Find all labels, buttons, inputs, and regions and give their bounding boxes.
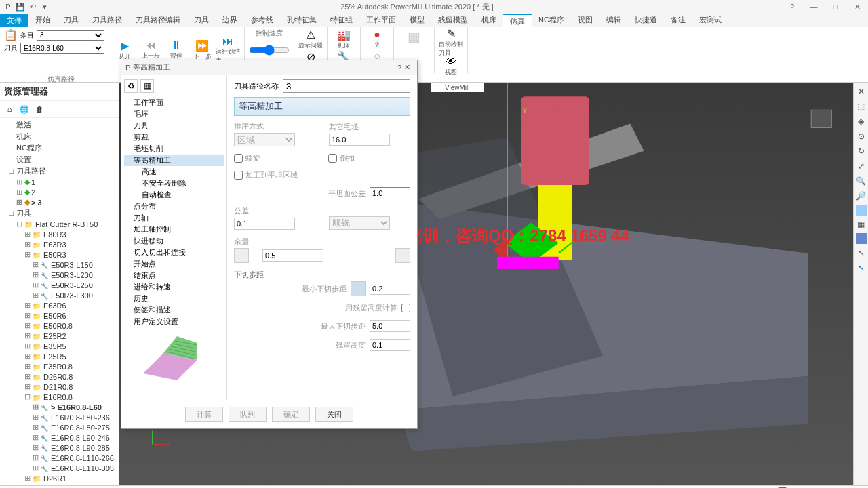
- dialog-tree-item[interactable]: 开始点: [124, 258, 224, 270]
- dialog-tree-item[interactable]: 用户定义设置: [124, 316, 224, 327]
- menu-tab[interactable]: 刀具: [57, 14, 85, 28]
- tree-node[interactable]: ⊞> E16R0.8-L60: [0, 402, 119, 412]
- file-tab[interactable]: 文件: [0, 14, 28, 27]
- shade-icon[interactable]: [856, 205, 867, 216]
- tol-input[interactable]: [234, 218, 295, 230]
- tree-node[interactable]: ⊞D26R0.8: [0, 371, 119, 382]
- tree-node[interactable]: ⊞◆ 1: [0, 177, 119, 187]
- menu-tab[interactable]: 孔特征集: [280, 14, 323, 28]
- toolpath-name-input[interactable]: [283, 79, 410, 93]
- tree-node[interactable]: ⊞E25R2: [0, 331, 119, 341]
- cube-icon[interactable]: ⬚: [855, 100, 867, 113]
- tree-node[interactable]: ⊞E50R3-L150: [0, 260, 119, 270]
- dialog-tree-item[interactable]: 点分布: [124, 201, 224, 212]
- tree-node[interactable]: 激活: [0, 119, 119, 131]
- tree-node[interactable]: ⊞E16R0.8-L110-266: [0, 453, 119, 463]
- tree-node[interactable]: ⊞D21R0.8: [0, 382, 119, 392]
- tree-node[interactable]: ⊞◆ > 3: [0, 197, 119, 207]
- tree-node[interactable]: ⊞E16R0.8-L80-236: [0, 412, 119, 422]
- dialog-tree-item[interactable]: 自动检查: [124, 189, 224, 201]
- view-button[interactable]: 👁视图: [439, 56, 463, 77]
- close-button[interactable]: 关闭: [315, 407, 353, 422]
- tree-node[interactable]: ⊞D26R1: [0, 473, 119, 483]
- dialog-tree-item[interactable]: 刀具: [124, 120, 224, 131]
- tree-node[interactable]: ⊞E16R0.8-L90-285: [0, 443, 119, 453]
- tree-node[interactable]: ⊞E25R5: [0, 351, 119, 361]
- res-height-input[interactable]: [370, 339, 410, 351]
- menu-tab[interactable]: 视图: [571, 14, 599, 28]
- dialog-close-icon[interactable]: ✕: [401, 63, 413, 72]
- clamp-button[interactable]: ●夹: [365, 28, 389, 50]
- tree-node[interactable]: ⊞E16R0.8-L110-305: [0, 463, 119, 473]
- dialog-tree-item[interactable]: 结束点: [124, 270, 224, 281]
- sort-select[interactable]: 区域: [234, 133, 295, 146]
- tree-node[interactable]: ⊞◆ 2: [0, 187, 119, 197]
- menu-tab[interactable]: 残留模型: [431, 14, 475, 28]
- dialog-tree-item[interactable]: 进给和转速: [124, 281, 224, 293]
- tree-node[interactable]: ⊞D21R1: [0, 483, 119, 485]
- explorer-tree[interactable]: 激活机床NC程序设置⊟刀具路径⊞◆ 1⊞◆ 2⊞◆ > 3⊟刀具⊟Flat Cu…: [0, 118, 119, 485]
- cursor-icon[interactable]: ↖: [855, 262, 867, 274]
- dialog-tree-item[interactable]: 切入切出和连接: [124, 247, 224, 258]
- tree-node[interactable]: NC程序: [0, 142, 119, 154]
- flat-tol-input[interactable]: [370, 187, 410, 199]
- dropdown-icon[interactable]: ▾: [39, 1, 50, 12]
- tree-node[interactable]: ⊞E50R3-L200: [0, 270, 119, 280]
- help-icon[interactable]: ?: [784, 3, 800, 12]
- mill-select[interactable]: 顺铣: [329, 216, 390, 230]
- tree-node[interactable]: ⊞E50R3-L250: [0, 280, 119, 290]
- sphere-icon[interactable]: ⊙: [855, 130, 867, 142]
- allowance-btn2[interactable]: [395, 248, 410, 263]
- rotate-icon[interactable]: ↻: [855, 145, 867, 157]
- block-icon[interactable]: [856, 233, 867, 244]
- tree-node[interactable]: ⊞E50R6: [0, 310, 119, 321]
- menu-tab[interactable]: NC程序: [532, 14, 571, 28]
- menu-tab[interactable]: 模型: [403, 14, 431, 28]
- dialog-tree-item[interactable]: 历史: [124, 293, 224, 304]
- dialog-tree-item[interactable]: 剪裁: [124, 131, 224, 143]
- minimize-icon[interactable]: —: [806, 3, 822, 12]
- ok-button[interactable]: 确定: [272, 407, 310, 422]
- tree-node[interactable]: ⊞E63R6: [0, 300, 119, 310]
- spiral-check[interactable]: [234, 154, 243, 163]
- dialog-tree-item[interactable]: 不安全段删除: [124, 178, 224, 189]
- zoom-fit-icon[interactable]: ⤢: [855, 160, 867, 172]
- tree-node[interactable]: 设置: [0, 154, 119, 165]
- tree-node[interactable]: ⊞E16R0.8-L90-246: [0, 432, 119, 443]
- tree-node[interactable]: ⊞E50R3: [0, 249, 119, 260]
- entry-select[interactable]: 3: [37, 30, 104, 41]
- tree-node[interactable]: 机床: [0, 131, 119, 142]
- show-issue-button[interactable]: ⚠显示问题: [298, 28, 323, 50]
- auto-draw-button[interactable]: ✎自动绘制刀具: [439, 28, 463, 56]
- menu-tab[interactable]: 机床: [475, 14, 503, 28]
- reverse-check[interactable]: [328, 154, 337, 163]
- iso-icon[interactable]: ◈: [855, 115, 867, 127]
- tree-node[interactable]: ⊟刀具路径: [0, 165, 119, 177]
- queue-button[interactable]: 队列: [229, 407, 267, 422]
- dialog-tree[interactable]: ♻▦ 工作平面毛坯刀具剪裁毛坯切削等高精加工高速不安全段删除自动检查点分布刀轴加…: [121, 75, 227, 400]
- menu-tab[interactable]: 特征组: [323, 14, 359, 28]
- dialog-tree-item[interactable]: 工作平面: [124, 97, 224, 108]
- menu-tab[interactable]: 备注: [664, 14, 692, 28]
- allowance-btn1[interactable]: [234, 248, 249, 263]
- tree-node[interactable]: ⊟Flat Cutter R-BT50: [0, 219, 119, 229]
- tree-node[interactable]: ⊞E35R5: [0, 341, 119, 351]
- menu-tab[interactable]: 编辑: [599, 14, 628, 28]
- dialog-tree-item[interactable]: 快进移动: [124, 235, 224, 247]
- min-step-btn[interactable]: [351, 281, 366, 296]
- tree-node[interactable]: ⊞E50R3-L300: [0, 290, 119, 300]
- menu-tab[interactable]: 参考线: [244, 14, 280, 28]
- tree-node[interactable]: ⊞E16R0.8-L80-275: [0, 422, 119, 432]
- dialog-tree-item[interactable]: 等高精加工: [124, 155, 224, 166]
- calc-button[interactable]: 计算: [185, 407, 223, 422]
- tree-node[interactable]: ⊟刀具: [0, 207, 119, 219]
- menu-tab[interactable]: 边界: [216, 14, 244, 28]
- tree-node[interactable]: ⊞E50R0.8: [0, 321, 119, 331]
- delete-icon[interactable]: 🗑: [34, 104, 45, 115]
- tool-select[interactable]: E16R0.8-L60: [20, 43, 104, 54]
- zoom-in-icon[interactable]: 🔍: [855, 175, 867, 187]
- menu-tab[interactable]: 刀具路径编辑: [129, 14, 187, 28]
- speed-slider[interactable]: [249, 45, 290, 56]
- undo-icon[interactable]: ↶: [27, 1, 38, 12]
- dialog-tree-item[interactable]: 毛坯: [124, 108, 224, 120]
